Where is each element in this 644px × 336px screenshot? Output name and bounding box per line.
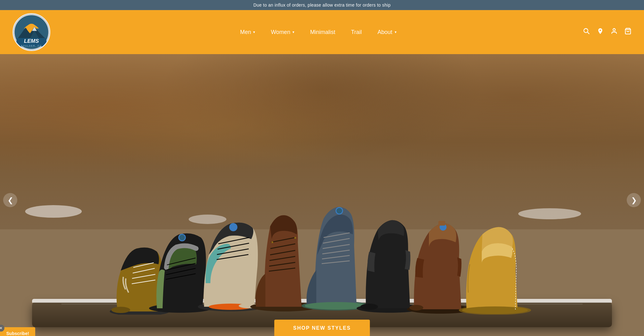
svg-point-10 (613, 29, 615, 31)
next-arrow-button[interactable]: ❯ (627, 193, 641, 207)
svg-text:LEMS: LEMS (24, 38, 39, 44)
account-icon[interactable] (611, 28, 618, 36)
prev-arrow-button[interactable]: ❮ (3, 193, 17, 207)
svg-text:BOULDER, CO: BOULDER, CO (21, 45, 42, 47)
hero-section: ❮ ❯ SHOP NEW STYLES ✕ Subscribe! (0, 54, 644, 336)
subscribe-popup[interactable]: ✕ Subscribe! (0, 327, 35, 336)
svg-point-32 (229, 223, 237, 231)
svg-point-8 (584, 29, 588, 33)
nav-minimalist[interactable]: Minimalist (310, 29, 335, 36)
svg-point-41 (294, 237, 296, 239)
chevron-down-icon: ▾ (292, 30, 294, 34)
search-icon[interactable] (583, 28, 590, 36)
chevron-down-icon: ▾ (253, 30, 255, 34)
announcement-text: Due to an influx of orders, please allow… (253, 3, 391, 8)
shoes-display (102, 182, 542, 315)
cart-icon[interactable] (625, 28, 631, 36)
subscribe-close-button[interactable]: ✕ (0, 325, 4, 332)
svg-point-56 (409, 305, 423, 311)
shoe-row (0, 173, 644, 315)
nav-trail[interactable]: Trail (351, 29, 362, 36)
subscribe-label: Subscribe! (6, 331, 29, 336)
svg-point-24 (179, 235, 185, 240)
nav-women[interactable]: Women ▾ (271, 29, 294, 36)
logo[interactable]: LEMS BOULDER, CO (13, 13, 50, 51)
location-icon[interactable] (597, 28, 604, 36)
svg-point-53 (360, 304, 378, 310)
shop-new-styles-button[interactable]: SHOP NEW STYLES (274, 320, 370, 336)
logo-container[interactable]: LEMS BOULDER, CO (13, 13, 50, 51)
cta-container: SHOP NEW STYLES (274, 320, 370, 336)
header: LEMS BOULDER, CO Men ▾ Women ▾ Minimalis… (0, 10, 644, 54)
svg-line-9 (588, 32, 590, 34)
header-icons (583, 28, 631, 36)
svg-point-51 (336, 208, 342, 214)
svg-point-60 (462, 306, 528, 314)
svg-point-17 (111, 307, 130, 313)
svg-point-40 (271, 241, 273, 243)
announcement-bar: Due to an influx of orders, please allow… (0, 0, 644, 10)
nav-about[interactable]: About ▾ (378, 29, 397, 36)
nav-men[interactable]: Men ▾ (240, 29, 255, 36)
chevron-down-icon: ▾ (395, 30, 397, 34)
main-nav: Men ▾ Women ▾ Minimalist Trail About ▾ (63, 29, 574, 36)
svg-rect-58 (438, 221, 445, 226)
